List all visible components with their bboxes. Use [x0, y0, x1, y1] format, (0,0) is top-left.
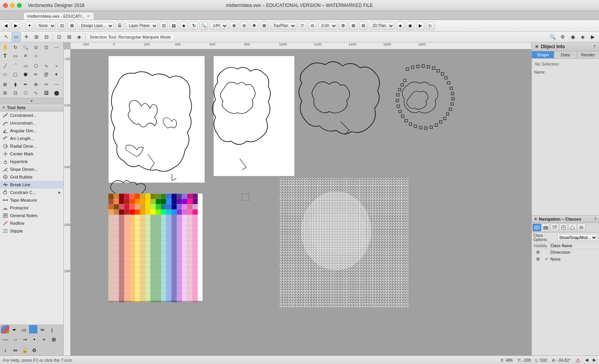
snap-btn2[interactable]: ⊞: [68, 22, 76, 30]
nav-panel-close-btn[interactable]: ✕: [534, 217, 537, 221]
push-pull[interactable]: ⊞: [1, 89, 9, 97]
toolset-redline[interactable]: Redline: [0, 219, 63, 227]
class-options-select[interactable]: Show/Snap/Mod...: [557, 234, 597, 241]
toolset-tape[interactable]: Tape Measure: [0, 196, 63, 204]
nav-layers-btn[interactable]: [541, 224, 550, 231]
question-icon[interactable]: ?: [593, 44, 596, 49]
nav-arrow-right[interactable]: ▶: [593, 357, 596, 362]
maximize-button[interactable]: [17, 3, 22, 8]
reshape-tool[interactable]: ✕: [21, 52, 30, 60]
extrude-tool[interactable]: ⊡: [11, 89, 20, 97]
expand-btn[interactable]: ▼: [0, 98, 63, 104]
render-btn2[interactable]: ◉: [406, 22, 415, 30]
tab-close-button[interactable]: ✕: [87, 14, 90, 18]
color-fill-icon[interactable]: [1, 325, 9, 334]
tool-btn-b[interactable]: ⊞: [32, 32, 41, 42]
view-select[interactable]: Top/Plan: [270, 22, 296, 30]
snap-grid[interactable]: ⊞: [64, 32, 74, 42]
tab-shape[interactable]: Shape: [532, 51, 554, 58]
toolset-breakline[interactable]: Break Line: [0, 181, 63, 189]
zoom-btn2[interactable]: ⊖: [240, 22, 248, 30]
tool-btn-1[interactable]: ✦: [25, 22, 34, 30]
angle-select[interactable]: 0.00°: [318, 22, 337, 30]
toolset-center[interactable]: Center Mark: [0, 150, 63, 158]
grid-btn[interactable]: ⊞: [349, 22, 357, 30]
hatch-tool[interactable]: ⊠: [1, 80, 9, 89]
toolset-unconstrained[interactable]: Unconstrain...: [0, 119, 63, 127]
toolsets-close[interactable]: ✕: [2, 106, 5, 110]
rect-tool[interactable]: ▭: [21, 62, 30, 70]
none-select[interactable]: None: [35, 22, 56, 30]
eyedrop-tool[interactable]: ✒: [21, 80, 30, 89]
freehand-tool[interactable]: ✏: [32, 70, 40, 79]
tab-midterm[interactable]: midtermIdea.vwx - EDUCATI... ✕: [23, 12, 94, 20]
zoom-btn[interactable]: ⊕: [230, 22, 238, 30]
settings-btn[interactable]: ⚙: [339, 22, 347, 30]
bucket-tool[interactable]: ⧫: [11, 80, 20, 89]
nav-classes-btn[interactable]: [533, 224, 541, 231]
search-btn[interactable]: 🔍: [548, 32, 557, 42]
viz-btn[interactable]: ◉: [568, 32, 577, 42]
point-tool[interactable]: ✦: [52, 70, 61, 79]
extra-icon[interactable]: ⊞: [49, 335, 58, 344]
toolset-angular[interactable]: Angular Dim...: [0, 127, 63, 135]
select-btn[interactable]: ↖: [2, 32, 11, 42]
snap-obj[interactable]: ◈: [74, 32, 84, 42]
toolset-hyperlink[interactable]: Hyperlink: [0, 158, 63, 165]
forward-button[interactable]: ▶: [12, 22, 20, 30]
zoom-tool[interactable]: 🔍: [21, 43, 30, 52]
nav-saved-views-btn[interactable]: [568, 224, 577, 231]
nav-settings-btn[interactable]: [577, 224, 585, 231]
design-layer-select[interactable]: Design Laye...: [78, 22, 114, 30]
pencil-icon[interactable]: ✏: [38, 325, 47, 334]
nurbs-tool[interactable]: ∿: [32, 89, 40, 97]
line-tool[interactable]: ╱: [1, 62, 9, 70]
nav-objects-btn[interactable]: [550, 224, 559, 231]
nav-next[interactable]: ▶: [588, 32, 597, 42]
nav-sheets-btn[interactable]: [559, 224, 568, 231]
lock-icon[interactable]: 🔒: [20, 345, 29, 355]
minimize-button[interactable]: [10, 3, 15, 8]
snap-btn[interactable]: ⊡: [58, 22, 66, 30]
render-btn4[interactable]: ▷: [426, 22, 435, 30]
clip-tool[interactable]: ✂: [42, 80, 51, 89]
toolset-notes[interactable]: General Notes: [0, 212, 63, 219]
walkaround-tool[interactable]: ⊡: [42, 43, 51, 52]
zoom-select[interactable]: 14%: [210, 22, 228, 30]
render-btn3[interactable]: ▶: [416, 22, 425, 30]
grid-btn2[interactable]: ⊟: [359, 22, 367, 30]
toolset-stipple[interactable]: Stipple: [0, 227, 63, 235]
curve-tool[interactable]: ∿: [42, 62, 51, 70]
marker-icon[interactable]: |: [47, 325, 57, 334]
snap-smart[interactable]: ⊡: [54, 32, 64, 42]
back-button[interactable]: ◀: [2, 22, 10, 30]
view-btn5[interactable]: 🔍: [200, 22, 208, 30]
spiral-tool[interactable]: @: [42, 70, 51, 79]
right-panel-close[interactable]: ✕: [535, 44, 538, 49]
pan-btn[interactable]: ✥: [250, 22, 258, 30]
deform-tool[interactable]: ⊹: [32, 52, 40, 60]
close-button[interactable]: [3, 3, 8, 8]
view-btn6[interactable]: ▽: [298, 22, 306, 30]
arc-tool[interactable]: ⌒: [11, 62, 20, 70]
rotate-tool[interactable]: ↻: [11, 43, 20, 52]
render-btn1[interactable]: ◈: [396, 22, 404, 30]
canvas-area[interactable]: -200 0 200 400 600 800 1000 1200 1400 16…: [64, 42, 531, 356]
toolset-constrain-c[interactable]: Constrain C... ▶: [0, 189, 63, 196]
end-icon[interactable]: ⊸: [20, 335, 29, 344]
extra-tool[interactable]: ⋯: [52, 43, 61, 52]
solid-tool[interactable]: ⬡: [21, 89, 30, 97]
dash-icon[interactable]: —: [1, 335, 10, 344]
hand-tool[interactable]: ✋: [1, 43, 9, 52]
tool-btn-a[interactable]: ✛: [22, 32, 31, 42]
tab-render[interactable]: Render: [577, 51, 599, 58]
toolset-radial[interactable]: Radial Dime...: [0, 142, 63, 150]
settings-btn2[interactable]: ⚙: [558, 32, 567, 42]
view-btn3[interactable]: ◈: [179, 22, 188, 30]
vis-none-icon[interactable]: [533, 257, 543, 261]
bezier-tool[interactable]: ⌁: [52, 62, 61, 70]
flyover-tool[interactable]: ⊙: [32, 43, 40, 52]
toolset-constrained[interactable]: Constrained...: [0, 111, 63, 119]
angle-btn[interactable]: ⊙: [308, 22, 316, 30]
toolset-grid[interactable]: Grid Bubble: [0, 173, 63, 181]
